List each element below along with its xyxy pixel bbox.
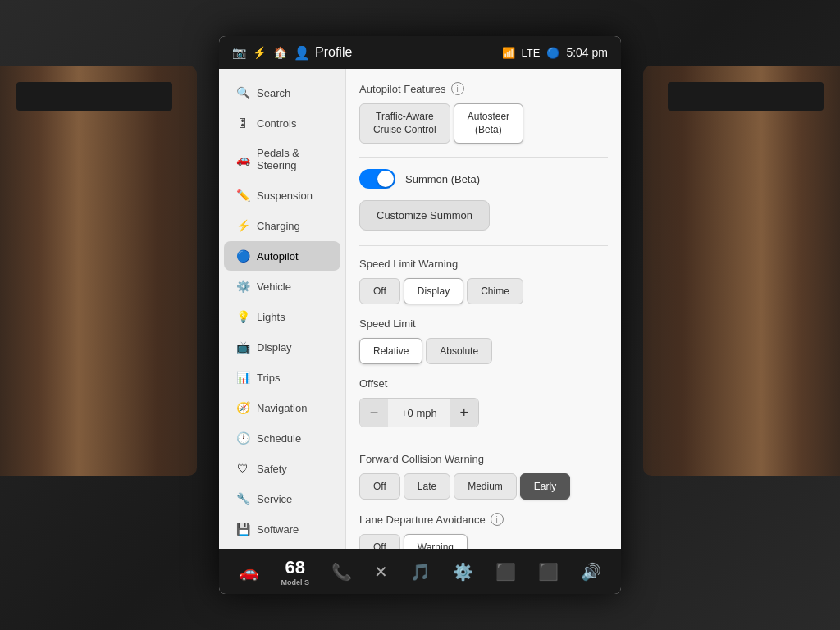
fcw-late-btn[interactable]: Late [404,473,450,500]
speed-limit-warning-buttons: Off Display Chime [359,278,608,304]
fcw-early-btn[interactable]: Early [520,473,570,500]
lda-buttons: Off Warning [359,534,608,549]
slw-chime-btn[interactable]: Chime [467,278,523,304]
offset-value: +0 mph [388,399,450,427]
sidebar-item-display[interactable]: 📺 Display [224,332,340,362]
sl-relative-btn[interactable]: Relative [359,338,422,364]
slw-off-btn[interactable]: Off [359,278,400,304]
divider-1 [359,157,608,158]
speed-limit-buttons: Relative Absolute [359,338,608,364]
sidebar-item-pedals[interactable]: 🚗 Pedals & Steering [224,139,340,180]
autopilot-feature-buttons: Traffic-AwareCruise Control Autosteer(Be… [359,103,608,144]
sidebar-schedule-label: Schedule [257,432,301,445]
settings-icon: ⚙️ [453,562,473,582]
taskbar-speed: 68 Model S [281,557,310,587]
taskbar-car-icon: 🚗 [239,562,259,582]
speed-unit: Model S [281,578,310,587]
camera-icon: 📷 [232,46,246,59]
vent-right-top [668,82,824,111]
car-background: 📷 ⚡ 🏠 👤 Profile 📶 LTE 🔵 5:04 pm 🔍 [0,0,840,630]
bluetooth-icon: 🔵 [546,47,559,59]
time-display: 5:04 pm [566,46,608,59]
offset-minus-btn[interactable]: − [360,399,388,427]
taskbar-settings[interactable]: ⚙️ [453,562,473,582]
close-icon: ✕ [374,562,388,582]
autopilot-features-header: Autopilot Features i [359,82,608,95]
summon-toggle-thumb [377,171,394,187]
sidebar-item-vehicle[interactable]: ⚙️ Vehicle [224,272,340,301]
summon-toggle[interactable] [359,169,395,189]
speed-limit-header: Speed Limit [359,317,608,330]
sidebar-safety-label: Safety [257,463,287,475]
sl-absolute-btn[interactable]: Absolute [426,338,492,364]
traffic-aware-btn[interactable]: Traffic-AwareCruise Control [359,103,450,144]
phone-icon: 📞 [331,562,352,582]
suspension-icon: ✏️ [235,189,250,202]
offset-header: Offset [359,377,608,390]
taskbar-phone[interactable]: 📞 [331,562,352,582]
autopilot-info-icon[interactable]: i [451,82,464,95]
divider-3 [359,441,608,441]
fcw-title: Forward Collision Warning [359,453,484,465]
lda-info-icon[interactable]: i [491,513,504,526]
sidebar: 🔍 Search 🎛 Controls 🚗 Pedals & Steering … [219,69,346,549]
safety-icon: 🛡 [235,462,250,475]
person-icon: 👤 [294,45,310,61]
sidebar-suspension-label: Suspension [257,189,313,202]
box2-icon: ⬛ [538,562,559,582]
taskbar-volume[interactable]: 🔊 [581,562,601,582]
sidebar-item-controls[interactable]: 🎛 Controls [224,108,340,138]
sidebar-item-suspension[interactable]: ✏️ Suspension [224,180,340,210]
lda-off-btn[interactable]: Off [359,534,400,549]
fcw-header: Forward Collision Warning [359,453,608,465]
offset-control: − +0 mph + [359,398,479,427]
sidebar-item-service[interactable]: 🔧 Service [224,484,340,514]
offset-plus-btn[interactable]: + [450,399,478,427]
sidebar-item-software[interactable]: 💾 Software [224,514,340,544]
taskbar-close[interactable]: ✕ [374,562,388,582]
sidebar-navigation-label: Navigation [257,402,307,414]
summon-label: Summon (Beta) [405,173,480,185]
sidebar-item-search[interactable]: 🔍 Search [224,78,340,107]
autosteer-btn[interactable]: Autosteer(Beta) [454,103,523,144]
lda-warning-btn[interactable]: Warning [404,534,468,549]
speed-limit-title: Speed Limit [359,317,416,330]
sidebar-search-label: Search [257,87,290,99]
taskbar-media[interactable]: 🎵 [410,562,431,582]
slw-display-btn[interactable]: Display [404,278,463,304]
sidebar-item-schedule[interactable]: 🕐 Schedule [224,423,340,453]
box1-icon: ⬛ [495,562,516,582]
divider-2 [359,245,608,246]
fcw-off-btn[interactable]: Off [359,473,400,500]
sidebar-item-safety[interactable]: 🛡 Safety [224,454,340,483]
sidebar-item-trips[interactable]: 📊 Trips [224,363,340,392]
sidebar-item-autopilot[interactable]: 🔵 Autopilot [224,241,340,271]
sidebar-autopilot-label: Autopilot [257,250,299,262]
taskbar-car[interactable]: 🚗 [239,562,259,582]
summon-toggle-row: Summon (Beta) [359,169,608,189]
content-area: 🔍 Search 🎛 Controls 🚗 Pedals & Steering … [219,69,621,549]
home-icon: 🏠 [273,46,287,59]
trips-icon: 📊 [235,371,250,384]
search-icon: 🔍 [235,86,250,99]
status-icons-left: 📷 ⚡ 🏠 👤 Profile [232,45,495,61]
status-right: 📶 LTE 🔵 5:04 pm [502,46,608,59]
media-icon: 🎵 [410,562,431,582]
sidebar-item-navigation[interactable]: 🧭 Navigation [224,393,340,422]
sidebar-service-label: Service [257,493,292,505]
pedals-icon: 🚗 [235,153,250,166]
taskbar-box1[interactable]: ⬛ [495,562,516,582]
autopilot-features-title: Autopilot Features [359,83,446,95]
vent-left-top [16,82,172,111]
lda-title: Lane Departure Avoidance [359,514,486,526]
controls-icon: 🎛 [235,116,250,130]
taskbar-box2[interactable]: ⬛ [538,562,559,582]
customize-summon-btn[interactable]: Customize Summon [359,200,490,231]
sidebar-item-lights[interactable]: 💡 Lights [224,302,340,331]
speed-value: 68 [285,557,305,578]
sidebar-item-charging[interactable]: ⚡ Charging [224,211,340,240]
lights-icon: 💡 [235,310,250,323]
profile-label[interactable]: Profile [315,45,352,60]
fcw-medium-btn[interactable]: Medium [454,473,517,500]
profile-section[interactable]: 👤 Profile [294,45,352,61]
